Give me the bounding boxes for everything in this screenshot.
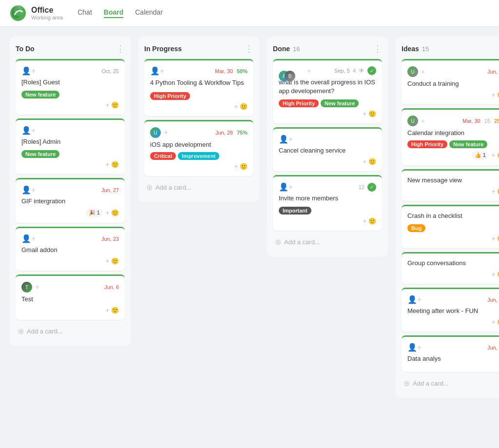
card-title: Group conversations <box>407 259 499 267</box>
add-card-done[interactable]: ⊕ Add a card... <box>273 234 382 250</box>
badge-new-feature: New feature <box>21 91 59 98</box>
emoji-icon[interactable]: + 🙂 <box>106 307 119 314</box>
column-inprogress-menu[interactable]: ⋮ <box>245 43 253 54</box>
add-member-icon[interactable]: + <box>35 283 39 292</box>
reaction-badge[interactable]: 🎉 1 <box>86 209 103 217</box>
emoji-icon[interactable]: + 🙂 <box>234 103 248 110</box>
card-date-red: Jun, 27 <box>487 69 499 75</box>
column-todo-menu[interactable]: ⋮ <box>116 43 125 54</box>
emoji-icon[interactable]: + 🙂 <box>492 91 499 98</box>
card-date-red: Jun, 30 <box>487 345 499 351</box>
badge-new-feature: New feature <box>321 99 359 107</box>
badge-high-priority: High Priority <box>279 99 319 107</box>
add-member-icon[interactable]: 👤+ <box>407 343 422 352</box>
emoji-icon[interactable]: + 🙂 <box>492 271 499 278</box>
card-title: Data analys <box>407 355 499 362</box>
add-member-icon[interactable]: + <box>164 128 168 137</box>
column-done-count: 16 <box>293 45 300 53</box>
card-meeting[interactable]: 👤+ Jun, 25 Meeting after work - FUN + 🙂 <box>402 288 499 331</box>
card-invite[interactable]: 👤+ 12 ✓ Invite more members Important + … <box>273 175 382 231</box>
avatar: U <box>407 116 418 126</box>
card-title: Meeting after work - FUN <box>407 307 499 314</box>
card-gif[interactable]: 👤+ Jun, 27 GIF intergration 🎉 1 + 🙂 <box>16 178 125 223</box>
logo-icon <box>10 5 26 21</box>
add-member-icon[interactable]: + <box>307 67 311 75</box>
emoji-icon[interactable]: + 🙂 <box>492 152 499 159</box>
card-meta: 👤+ Oct, 25 <box>21 66 119 76</box>
card-roles-guest[interactable]: 👤+ Oct, 25 [Roles] Guest New feature + 🙂 <box>16 59 125 115</box>
emoji-icon[interactable]: + 🙂 <box>363 158 376 165</box>
emoji-icon[interactable]: + 🙂 <box>363 110 376 117</box>
badge-critical: Critical <box>150 152 176 160</box>
card-calendar[interactable]: 1 U + Mar, 30 15 25% Calendar integratio… <box>402 108 499 165</box>
main-nav: Chat Board Calendar <box>77 8 163 18</box>
emoji-icon[interactable]: + 🙂 <box>363 217 376 225</box>
column-done-menu[interactable]: ⋮ <box>373 43 382 54</box>
logo-subtitle: Working area <box>31 15 63 20</box>
card-date-red: Jun, 27 <box>101 187 119 193</box>
card-title: [Roles] Guest <box>21 78 119 86</box>
column-todo-header: To Do ⋮ <box>16 43 125 54</box>
add-card-ideas[interactable]: ⊕ Add a card... <box>402 376 499 391</box>
add-member-icon[interactable]: 👤+ <box>279 135 293 144</box>
card-date-red: Jun, 25 <box>487 297 499 303</box>
add-member-icon[interactable]: 👤+ <box>279 182 293 192</box>
card-data-analys[interactable]: 👤+ Jun, 30 Data analys <box>402 335 499 372</box>
nav-chat[interactable]: Chat <box>77 8 92 18</box>
emoji-icon[interactable]: + 🙂 <box>234 163 248 170</box>
card-title: Invite more members <box>279 195 376 202</box>
card-title: [Roles] Admin <box>21 138 119 145</box>
emoji-icon[interactable]: + 🙂 <box>492 318 499 326</box>
emoji-icon[interactable]: + 🙂 <box>106 101 119 109</box>
card-title: Crash in a checklist <box>407 212 499 219</box>
nav-calendar[interactable]: Calendar <box>135 8 163 18</box>
add-member-icon[interactable]: 👤+ <box>21 234 36 243</box>
badge-new-feature: New feature <box>21 150 59 158</box>
card-title: Cancel cleaning service <box>279 147 376 154</box>
progress-text: 25% <box>494 118 499 124</box>
card-ios-progress[interactable]: A B + Sep, 5 4 👁 ✓ what is the overall p… <box>273 59 382 123</box>
emoji-icon[interactable]: + 🙂 <box>106 257 119 265</box>
card-new-message[interactable]: New message view + 🙂 <box>402 169 499 201</box>
card-ios[interactable]: U + Jun, 28 75% iOS app development Crit… <box>144 120 253 176</box>
emoji-icon[interactable]: + 🙂 <box>492 235 499 242</box>
card-training[interactable]: U + Jun, 27 Conduct a training + 🙂 <box>402 59 499 104</box>
emoji-icon[interactable]: + 🙂 <box>106 161 119 168</box>
column-ideas-title: Ideas <box>402 45 419 53</box>
add-member-icon[interactable]: 👤+ <box>150 66 164 76</box>
reaction-badge[interactable]: 👍 1 <box>472 151 489 159</box>
add-member-icon[interactable]: 👤+ <box>21 66 36 76</box>
column-inprogress: In Progress ⋮ 👤+ Mar, 30 50% 4 Python To… <box>138 37 259 202</box>
add-member-icon[interactable]: 👤+ <box>407 295 422 304</box>
add-member-icon[interactable]: 👤+ <box>21 126 36 135</box>
add-member-icon[interactable]: 👤+ <box>21 185 36 195</box>
column-done-title: Done <box>273 45 290 53</box>
card-crash[interactable]: Crash in a checklist Bug + 🙂 <box>402 205 499 248</box>
card-title: Calendar integration <box>407 129 499 136</box>
avatar: U <box>407 66 418 77</box>
card-python[interactable]: 👤+ Mar, 30 50% 4 Python Tooling & Workfl… <box>144 59 253 116</box>
card-cancel-cleaning[interactable]: 👤+ Cancel cleaning service + 🙂 <box>273 127 382 171</box>
count-badge: 12 <box>359 184 365 190</box>
card-date-red: Jun, 28 <box>215 130 233 136</box>
emoji-icon[interactable]: + 🙂 <box>492 188 499 195</box>
add-card-inprogress[interactable]: ⊕ Add a card... <box>144 180 253 195</box>
card-test[interactable]: T + Jun, 6 Test + 🙂 <box>16 274 125 320</box>
check-icon: ✓ <box>367 183 376 192</box>
column-ideas-header: Ideas 15 ⋮ <box>402 43 499 54</box>
card-title: Conduct a training <box>407 80 499 87</box>
progress-text: 50% <box>237 68 248 74</box>
nav-board[interactable]: Board <box>104 8 123 18</box>
card-date-red: Jun, 23 <box>101 236 119 242</box>
card-gmail[interactable]: 👤+ Jun, 23 Gmail addon + 🙂 <box>16 227 125 271</box>
avatar: U <box>150 127 161 138</box>
column-inprogress-header: In Progress ⋮ <box>144 43 253 54</box>
add-member-icon[interactable]: + <box>421 68 425 76</box>
card-roles-admin[interactable]: 👤+ [Roles] Admin New feature + 🙂 <box>16 118 125 174</box>
card-date-red: Mar, 30 <box>215 68 233 74</box>
card-title: 4 Python Tooling & Workflow Tips <box>150 78 248 87</box>
emoji-icon[interactable]: + 🙂 <box>106 209 119 216</box>
add-card-todo[interactable]: ⊕ Add a card... <box>16 324 125 339</box>
card-group-conv[interactable]: Group conversations + 🙂 <box>402 252 499 284</box>
add-member-icon[interactable]: + <box>421 117 425 125</box>
